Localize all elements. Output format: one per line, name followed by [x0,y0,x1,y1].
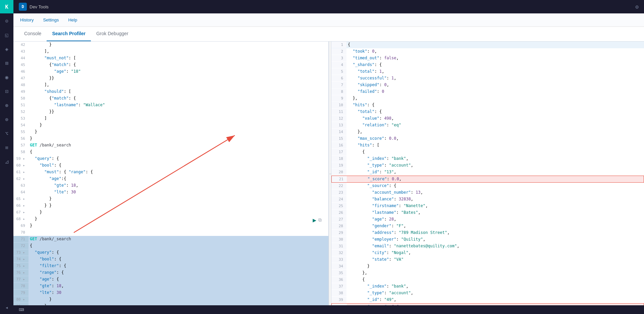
line-content: "query": { [29,249,328,256]
output-line-number: 4 [331,62,346,68]
output-line-content: "_source": { [346,183,644,189]
line-number: 75 ▸ [13,263,29,269]
line-content: {"match": { [29,62,328,68]
sidebar-icon-home[interactable]: ⊙ [0,14,13,27]
output-line-number: 29 [331,230,346,236]
output-line-number: 36 [331,276,346,283]
sidebar-icon-devtools[interactable]: ⌥ [0,127,13,140]
editor-line: 77 ▸ "age": { [13,276,328,283]
output-line-content: "gender": "F", [346,223,644,229]
line-content: "age": { [29,276,328,282]
output-line: 2 "took": 0, [331,48,644,55]
output-line-content: "_index": "bank", [346,155,644,162]
output-line-number: 28 [331,223,346,229]
app-logo: K [0,0,13,13]
action-icons: ▶ ⧉ [313,216,322,224]
output-line-number: 27 [331,216,346,223]
line-content: {"match": { [29,95,328,102]
line-number: 59 ▸ [13,155,29,162]
line-number: 51 [13,102,29,108]
output-line-number: 12 [331,115,346,122]
line-number: 74 ▸ [13,256,29,262]
output-line-content: "timed_out": false, [346,55,644,61]
output-line: 22 "_source": { [331,183,644,189]
editor-line: 59 ▸ "query": { [13,155,328,162]
copy-icon[interactable]: ⧉ [318,217,322,223]
editor-line: 45 {"match": { [13,62,328,68]
output-line-number: 6 [331,75,346,81]
output-line-number: 9 [331,95,346,102]
tab-search-profiler[interactable]: Search Profiler [47,26,91,41]
editor-line: 57GET /bank/_search [13,142,328,149]
editor-line: 58{ [13,149,328,155]
line-number: 73 ▸ [13,249,29,256]
sidebar-icon-siem[interactable]: ⊚ [0,113,13,126]
line-content: "age":{ [29,176,328,182]
output-line: 1{ [331,42,644,48]
sidebar-icon-dashboard[interactable]: ⊞ [0,56,13,70]
line-content: "lastname": "Wallace" [29,102,328,108]
editor-line: 55 } [13,129,328,135]
line-content: "lte": 30 [29,290,328,296]
output-line: 30 "employer": "Quility", [331,236,644,243]
output-line: 12 "value": 498, [331,115,644,122]
output-panel[interactable]: 1{2 "took": 0,3 "timed_out": false,4 "_s… [331,42,644,305]
tab-console[interactable]: Console [19,26,47,41]
output-line-content: "_id": "49", [346,297,644,303]
output-line-content: "total": { [346,109,644,115]
line-content: } [29,296,328,303]
output-line: 37 "_index": "bank", [331,283,644,290]
line-content: "age": "18" [29,68,328,75]
sidebar-icon-discover[interactable]: ◱ [0,28,13,42]
editor-line: 50 {"match": { [13,95,328,102]
run-icon[interactable]: ▶ [313,216,316,224]
output-line-content: "_type": "account", [346,290,644,296]
output-line: 40 "_score": 0.0, [331,303,644,305]
line-content: "should": [ [29,88,328,95]
output-line-number: 3 [331,55,346,61]
editor-line: 61 ▸ "must": { "range": { [13,169,328,176]
sidebar-icon-ml[interactable]: ⊛ [0,99,13,112]
output-line-number: 20 [331,169,346,175]
topbar-settings-icon[interactable]: ⚙ [635,4,639,10]
line-content: } [29,303,328,305]
tab-grok-debugger[interactable]: Grok Debugger [91,26,134,41]
sidebar-icon-visualize[interactable]: ◈ [0,42,13,56]
editor-line: 63 "gte": 18, [13,182,328,189]
output-line-content: "email": "nanettebates@quility.com", [346,243,644,249]
nav-help[interactable]: Help [67,17,78,22]
editor-content[interactable]: 42 }43 ],44 "must_not": [45 {"match": {4… [13,42,328,305]
output-line-content: "_score": 0.0, [347,176,644,182]
line-content: "gte": 18, [29,182,328,189]
panel-divider[interactable]: ⋮ [329,42,331,305]
sidebar-icon-stack[interactable]: ≡ [0,141,13,154]
output-line: 3 "timed_out": false, [331,55,644,62]
nav-settings[interactable]: Settings [42,17,60,22]
sidebar-icon-admin[interactable]: ⊿ [0,155,13,168]
line-number: 76 ▸ [13,269,29,276]
output-line-content: "max_score": 0.0, [346,135,644,142]
output-line-content: }, [346,270,644,276]
editor-line: 42 } [13,42,328,48]
nav-history[interactable]: History [19,17,35,22]
output-line: 32 "city": "Nogal", [331,250,644,256]
output-line-number: 5 [331,68,346,75]
output-line-number: 19 [331,162,346,169]
output-line-content: "_type": "account", [346,162,644,169]
output-line-number: 16 [331,142,346,148]
sidebar-icon-canvas[interactable]: ◉ [0,70,13,84]
line-number: 54 [13,122,29,128]
sidebar-icon-maps[interactable]: ⊡ [0,84,13,98]
output-line: 39 "_id": "49", [331,297,644,303]
output-line: 8 "failed": 0 [331,88,644,95]
line-number: 49 [13,88,29,95]
editor-line: 70 [13,229,328,236]
main-area: D Dev Tools ⚙ History Settings Help Cons… [13,0,644,314]
output-line: 38 "_type": "account", [331,290,644,297]
editor-line: 52 }} [13,109,328,115]
output-line-content: "_shards": { [346,62,644,68]
output-line-number: 37 [331,283,346,290]
line-content: "gte": 18, [29,283,328,289]
sidebar-icon-collapse[interactable]: ◂ [0,301,13,314]
output-line-number: 14 [331,129,346,135]
